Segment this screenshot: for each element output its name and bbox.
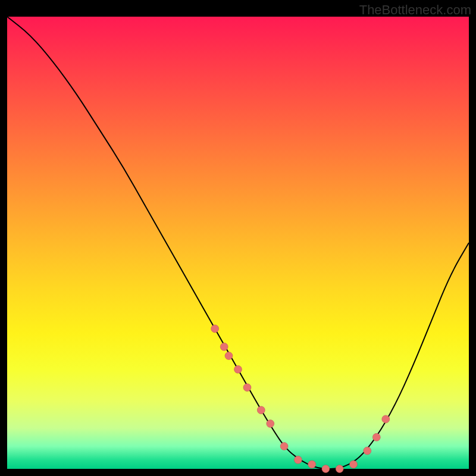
- sample-marker: [243, 384, 251, 392]
- sample-marker: [294, 456, 302, 464]
- chart-plot-area: [7, 17, 469, 469]
- sample-marker: [364, 447, 371, 455]
- sample-marker: [308, 461, 316, 468]
- sample-marker: [211, 325, 219, 333]
- sample-marker: [257, 406, 265, 414]
- bottleneck-curve-svg: [7, 17, 469, 469]
- sample-markers: [211, 325, 390, 473]
- sample-marker: [350, 461, 358, 468]
- sample-marker: [280, 443, 288, 450]
- sample-marker: [336, 465, 343, 473]
- sample-marker: [225, 352, 233, 360]
- sample-marker: [382, 415, 390, 423]
- sample-marker: [322, 465, 330, 473]
- sample-marker: [267, 420, 274, 428]
- watermark-text: TheBottleneck.com: [359, 2, 471, 18]
- sample-marker: [220, 343, 228, 350]
- sample-marker: [234, 365, 242, 373]
- bottleneck-curve-path: [7, 17, 469, 469]
- sample-marker: [372, 433, 380, 441]
